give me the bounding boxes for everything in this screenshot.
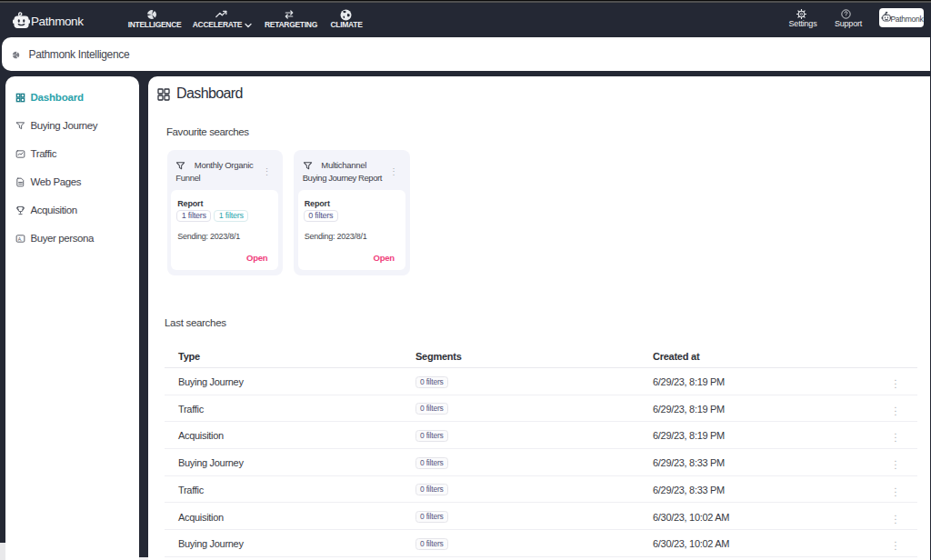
svg-text:A.: A. — [17, 236, 22, 242]
